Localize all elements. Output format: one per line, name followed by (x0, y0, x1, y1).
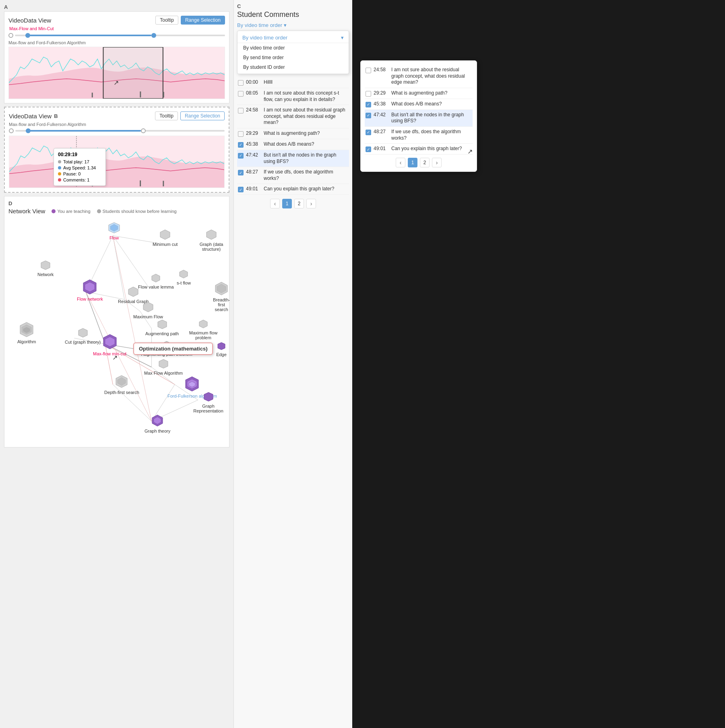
sort-dropdown-header[interactable]: By video time order ▾ (238, 33, 349, 43)
svg-marker-56 (159, 359, 168, 368)
comment-row-2: 24:58 I am not sure about the residual g… (237, 105, 349, 128)
node-network[interactable]: Network (37, 260, 54, 277)
text-0: Hillll (264, 79, 273, 86)
slider-thumb-right-a[interactable] (151, 33, 156, 38)
fc-cb-3[interactable]: ✓ (366, 113, 371, 118)
node-flownet-label: Flow network (77, 297, 103, 301)
checkbox-6[interactable]: ✓ (238, 170, 244, 175)
pagination: ‹ 1 2 › (237, 199, 349, 208)
legend-label-purple: You are teaching (57, 209, 90, 214)
node-maxflowprob[interactable]: Maximum flow problem (182, 319, 225, 340)
chart-title-a: Max-flow and Ford-Fulkerson Algorithm (8, 40, 225, 45)
checkbox-3[interactable] (238, 131, 244, 137)
network-header: Network View You are teaching Students s… (8, 208, 225, 214)
sort-option-time[interactable]: By video time order (238, 43, 349, 53)
checkbox-7[interactable]: ✓ (238, 187, 244, 192)
range-btn-a[interactable]: Range Selection (181, 16, 225, 25)
text-2: I am not sure about the residual graph c… (264, 107, 348, 126)
text-3: What is augmenting path? (264, 130, 320, 137)
slider-thumb-left-a[interactable] (25, 33, 30, 38)
fc-page-prev[interactable]: ‹ (396, 158, 405, 167)
sort-btn[interactable]: By video time order ▾ (237, 22, 349, 28)
checkbox-1[interactable] (238, 91, 244, 97)
node-graphrep[interactable]: Graph Representation (192, 392, 225, 413)
floating-card: 24:58 I am not sure about the residual g… (360, 60, 477, 172)
fc-cb-2[interactable]: ✓ (366, 102, 371, 107)
tooltip-btn-b[interactable]: Tooltip (155, 111, 178, 120)
node-maxflowalg[interactable]: Max Flow Algorithm (144, 359, 183, 375)
node-stflow[interactable]: s-t flow (177, 269, 191, 285)
slider-thumb-right-b[interactable] (141, 128, 146, 133)
slider-track-a[interactable] (15, 35, 225, 36)
page-prev-btn[interactable]: ‹ (270, 199, 280, 208)
node-graphrep-label: Graph Representation (192, 404, 225, 413)
svg-rect-4 (163, 92, 164, 97)
comment-row-4: ✓ 45:38 What does A/B means? (237, 139, 349, 150)
node-maxflowalg-label: Max Flow Algorithm (144, 371, 183, 375)
fc-row-3: ✓ 47:42 But isn't all the nodes in the g… (365, 110, 473, 127)
checkbox-2[interactable] (238, 108, 244, 113)
time-2: 24:58 (246, 107, 261, 113)
slider-track-b[interactable] (15, 130, 225, 132)
sort-option-send[interactable]: By send time order (238, 53, 349, 62)
range-btn-b[interactable]: Range Selection (180, 111, 225, 120)
sort-dropdown: By video time order ▾ By video time orde… (237, 31, 349, 74)
fc-cb-1[interactable] (366, 91, 371, 97)
comment-row-6: ✓ 48:27 If we use dfs, does the algorith… (237, 167, 349, 184)
svg-marker-45 (143, 302, 153, 312)
sort-dropdown-selected: By video time order (242, 35, 287, 41)
fc-page-1[interactable]: 1 (408, 158, 417, 167)
checkbox-4[interactable]: ✓ (238, 142, 244, 148)
node-augpath[interactable]: Augmenting path (145, 319, 179, 336)
slider-thumb-left-b[interactable] (26, 128, 31, 133)
comments-title: Student Comments (237, 10, 349, 19)
chart-title-b: Max-flow and Ford-Fulkerson Algorithm (9, 122, 225, 127)
node-graphtheory[interactable]: Graph theory (145, 414, 170, 433)
fc-page-2[interactable]: 2 (420, 158, 430, 167)
node-flowval[interactable]: Flow value lemma (138, 273, 174, 289)
section-a-title: VideoData View (8, 17, 51, 24)
sort-option-student[interactable]: By student ID order (238, 62, 349, 72)
checkbox-5[interactable]: ✓ (238, 153, 244, 159)
node-dfs[interactable]: Depth-first search (104, 375, 139, 395)
page-next-btn[interactable]: › (306, 199, 316, 208)
svg-marker-41 (128, 287, 138, 297)
checkbox-0[interactable] (238, 80, 244, 86)
legend-purple: You are teaching (52, 209, 90, 214)
tooltip-btn-a[interactable]: Tooltip (155, 16, 178, 25)
fc-cb-4[interactable]: ✓ (366, 130, 371, 135)
text-6: If we use dfs, does the algorithm works? (264, 169, 348, 181)
node-bfs[interactable]: Breadth-first search (213, 281, 230, 312)
tooltip-row-1: Total play: 17 (58, 159, 101, 164)
node-edge-label: Edge (216, 352, 227, 357)
section-b-title: VideoData View (9, 113, 52, 120)
node-flow-label: Flow (107, 235, 121, 240)
fc-cb-0[interactable] (366, 68, 371, 73)
node-maxflowmin[interactable]: Max-flow min-cut (93, 334, 126, 356)
node-graphds-label: Graph (data structure) (198, 242, 225, 252)
page-2-btn[interactable]: 2 (294, 199, 304, 208)
node-flownet[interactable]: Flow network (77, 279, 103, 301)
fc-cb-5[interactable]: ✓ (366, 146, 371, 152)
svg-marker-62 (204, 392, 213, 401)
section-b-label: B (54, 113, 58, 119)
svg-marker-36 (207, 230, 216, 239)
slider-a[interactable] (8, 33, 225, 38)
slider-b[interactable] (9, 128, 225, 133)
node-graphds[interactable]: Graph (data structure) (198, 229, 225, 252)
node-maxflow[interactable]: Maximum Flow (133, 301, 163, 319)
comment-list: 00:00 Hillll 08:05 I am not sure about t… (237, 77, 349, 195)
section-a: VideoData View Tooltip Range Selection M… (4, 11, 229, 103)
fc-time-2: 45:38 (374, 101, 389, 107)
section-d-label: D (8, 200, 225, 206)
node-flow[interactable]: Flow (107, 222, 121, 240)
svg-rect-3 (140, 91, 141, 97)
node-edge[interactable]: Edge (216, 342, 227, 357)
node-algorithm[interactable]: Algorithm (17, 322, 36, 344)
page-1-btn[interactable]: 1 (282, 199, 292, 208)
fc-page-next[interactable]: › (432, 158, 442, 167)
node-mincut[interactable]: Minimum cut (153, 229, 178, 247)
fc-time-1: 29:29 (374, 90, 389, 96)
tooltip-row-2: Avg Speed: 1.34 (58, 165, 101, 170)
time-7: 49:01 (246, 186, 261, 192)
